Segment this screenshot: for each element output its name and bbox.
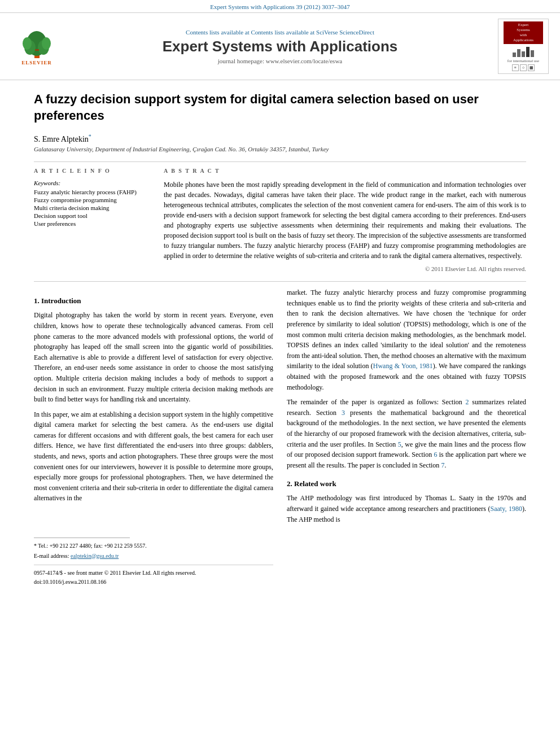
keywords-list: Fuzzy analytic hierarchy process (FAHP) … xyxy=(34,189,147,227)
svg-rect-6 xyxy=(35,49,39,51)
keyword-3: Multi criteria decision making xyxy=(34,204,147,211)
keyword-1: Fuzzy analytic hierarchy process (FAHP) xyxy=(34,189,147,195)
body-left-column: 1. Introduction Digital photography has … xyxy=(34,287,273,586)
footnote-divider xyxy=(34,538,130,538)
body-para-1: Digital photography has taken the world … xyxy=(34,310,273,404)
divider-1 xyxy=(34,161,526,162)
svg-point-5 xyxy=(42,37,51,50)
email-link[interactable]: ealptekin@gsu.edu.tr xyxy=(71,553,119,559)
abstract-text: Mobile phones have been the most rapidly… xyxy=(164,180,526,261)
article-info-section: A R T I C L E I N F O Keywords: Fuzzy an… xyxy=(34,168,147,272)
body-para-2: In this paper, we aim at establishing a … xyxy=(34,409,273,504)
article-title: A fuzzy decision support system for digi… xyxy=(34,91,526,124)
svg-point-4 xyxy=(23,37,32,50)
body-right-column: market. The fuzzy analytic hierarchy pro… xyxy=(287,287,526,586)
journal-citation: Expert Systems with Applications 39 (201… xyxy=(0,0,560,12)
journal-homepage: journal homepage: www.elsevier.com/locat… xyxy=(68,58,492,64)
abstract-copyright: © 2011 Elsevier Ltd. All rights reserved… xyxy=(164,265,526,272)
footer-copyright: 0957-4174/$ - see front matter © 2011 El… xyxy=(34,565,273,586)
journal-header: ELSEVIER Contents lists available at Con… xyxy=(0,12,560,80)
abstract-heading: A B S T R A C T xyxy=(164,168,526,174)
keyword-5: User preferences xyxy=(34,220,147,227)
elsevier-tree-icon xyxy=(19,28,55,59)
ez-intl-label: for international use xyxy=(508,59,539,63)
body-para-4: The remainder of the paper is organized … xyxy=(287,397,526,470)
author-affiliation: Galatasaray University, Department of In… xyxy=(34,146,526,152)
footnote-area: * Tel.: +90 212 227 4480; fax: +90 212 2… xyxy=(34,538,273,560)
journal-title: Expert Systems with Applications xyxy=(68,38,492,55)
sciverse-text: Contents lists available at Contents lis… xyxy=(68,29,492,36)
elsevier-label: ELSEVIER xyxy=(21,60,52,65)
ez-logo-box: Expert Systems with Applications for int… xyxy=(498,19,549,74)
article-content: A fuzzy decision support system for digi… xyxy=(0,80,560,597)
footnote-email: E-mail address: ealptekin@gsu.edu.tr xyxy=(34,552,273,561)
journal-center: Contents lists available at Contents lis… xyxy=(68,29,492,64)
author-name: S. Emre Alptekin* xyxy=(34,133,526,144)
divider-2 xyxy=(34,281,526,282)
keyword-2: Fuzzy compromise programming xyxy=(34,196,147,203)
ez-logo-text: Expert Systems with Applications xyxy=(504,21,543,44)
elsevier-logo: ELSEVIER xyxy=(11,28,62,65)
body-para-3: market. The fuzzy analytic hierarchy pro… xyxy=(287,287,526,392)
section2-heading: 2. Related work xyxy=(287,478,526,490)
keyword-4: Decision support tool xyxy=(34,212,147,219)
body-para-5: The AHP methodology was first introduced… xyxy=(287,493,526,525)
article-info-abstract-container: A R T I C L E I N F O Keywords: Fuzzy an… xyxy=(34,168,526,272)
keywords-label: Keywords: xyxy=(34,180,147,186)
abstract-section: A B S T R A C T Mobile phones have been … xyxy=(164,168,526,272)
body-columns: 1. Introduction Digital photography has … xyxy=(34,287,526,586)
article-info-heading: A R T I C L E I N F O xyxy=(34,168,147,174)
ez-icon-row: ≡ ○ ▦ xyxy=(512,64,535,71)
ez-bar-chart-icon xyxy=(513,47,534,57)
section1-heading: 1. Introduction xyxy=(34,295,273,307)
footnote-star: * Tel.: +90 212 227 4480; fax: +90 212 2… xyxy=(34,541,273,551)
